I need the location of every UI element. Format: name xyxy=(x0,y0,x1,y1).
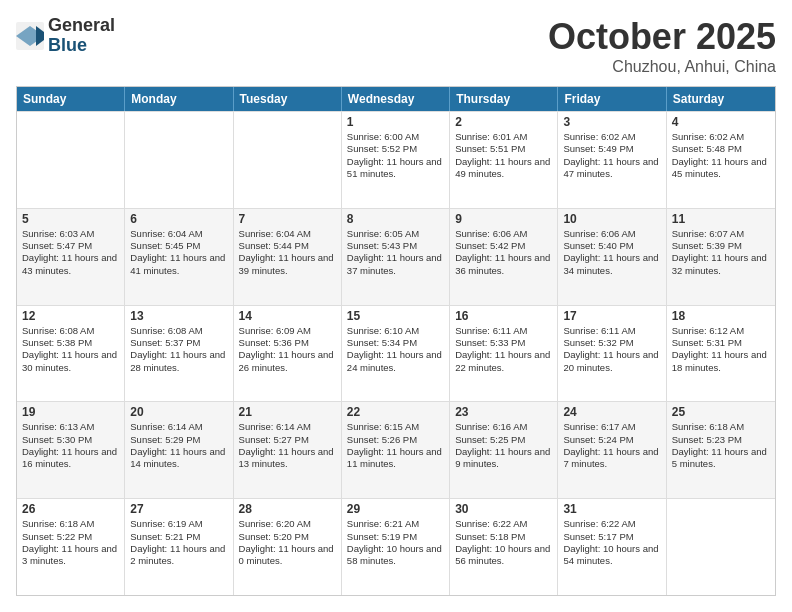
calendar-row: 19Sunrise: 6:13 AM Sunset: 5:30 PM Dayli… xyxy=(17,401,775,498)
calendar-cell xyxy=(234,112,342,208)
cell-info: Sunrise: 6:19 AM Sunset: 5:21 PM Dayligh… xyxy=(130,518,227,567)
day-number: 17 xyxy=(563,309,660,323)
logo-icon xyxy=(16,22,44,50)
cell-info: Sunrise: 6:14 AM Sunset: 5:27 PM Dayligh… xyxy=(239,421,336,470)
cell-info: Sunrise: 6:04 AM Sunset: 5:45 PM Dayligh… xyxy=(130,228,227,277)
cell-info: Sunrise: 6:22 AM Sunset: 5:18 PM Dayligh… xyxy=(455,518,552,567)
calendar-cell: 16Sunrise: 6:11 AM Sunset: 5:33 PM Dayli… xyxy=(450,306,558,402)
calendar-cell: 12Sunrise: 6:08 AM Sunset: 5:38 PM Dayli… xyxy=(17,306,125,402)
cell-info: Sunrise: 6:11 AM Sunset: 5:32 PM Dayligh… xyxy=(563,325,660,374)
day-number: 6 xyxy=(130,212,227,226)
cell-info: Sunrise: 6:04 AM Sunset: 5:44 PM Dayligh… xyxy=(239,228,336,277)
logo-blue: Blue xyxy=(48,36,115,56)
calendar-cell: 21Sunrise: 6:14 AM Sunset: 5:27 PM Dayli… xyxy=(234,402,342,498)
calendar-cell: 15Sunrise: 6:10 AM Sunset: 5:34 PM Dayli… xyxy=(342,306,450,402)
day-number: 23 xyxy=(455,405,552,419)
cell-info: Sunrise: 6:07 AM Sunset: 5:39 PM Dayligh… xyxy=(672,228,770,277)
cell-info: Sunrise: 6:20 AM Sunset: 5:20 PM Dayligh… xyxy=(239,518,336,567)
calendar: SundayMondayTuesdayWednesdayThursdayFrid… xyxy=(16,86,776,596)
cell-info: Sunrise: 6:18 AM Sunset: 5:22 PM Dayligh… xyxy=(22,518,119,567)
cell-info: Sunrise: 6:13 AM Sunset: 5:30 PM Dayligh… xyxy=(22,421,119,470)
calendar-cell: 13Sunrise: 6:08 AM Sunset: 5:37 PM Dayli… xyxy=(125,306,233,402)
calendar-header-cell: Saturday xyxy=(667,87,775,111)
day-number: 27 xyxy=(130,502,227,516)
cell-info: Sunrise: 6:03 AM Sunset: 5:47 PM Dayligh… xyxy=(22,228,119,277)
cell-info: Sunrise: 6:06 AM Sunset: 5:42 PM Dayligh… xyxy=(455,228,552,277)
cell-info: Sunrise: 6:08 AM Sunset: 5:37 PM Dayligh… xyxy=(130,325,227,374)
day-number: 9 xyxy=(455,212,552,226)
calendar-row: 26Sunrise: 6:18 AM Sunset: 5:22 PM Dayli… xyxy=(17,498,775,595)
day-number: 14 xyxy=(239,309,336,323)
calendar-cell: 2Sunrise: 6:01 AM Sunset: 5:51 PM Daylig… xyxy=(450,112,558,208)
day-number: 20 xyxy=(130,405,227,419)
cell-info: Sunrise: 6:16 AM Sunset: 5:25 PM Dayligh… xyxy=(455,421,552,470)
calendar-row: 12Sunrise: 6:08 AM Sunset: 5:38 PM Dayli… xyxy=(17,305,775,402)
calendar-header-cell: Friday xyxy=(558,87,666,111)
calendar-header-cell: Tuesday xyxy=(234,87,342,111)
calendar-cell: 29Sunrise: 6:21 AM Sunset: 5:19 PM Dayli… xyxy=(342,499,450,595)
calendar-cell: 5Sunrise: 6:03 AM Sunset: 5:47 PM Daylig… xyxy=(17,209,125,305)
cell-info: Sunrise: 6:17 AM Sunset: 5:24 PM Dayligh… xyxy=(563,421,660,470)
calendar-cell: 4Sunrise: 6:02 AM Sunset: 5:48 PM Daylig… xyxy=(667,112,775,208)
day-number: 26 xyxy=(22,502,119,516)
day-number: 10 xyxy=(563,212,660,226)
day-number: 15 xyxy=(347,309,444,323)
day-number: 16 xyxy=(455,309,552,323)
cell-info: Sunrise: 6:15 AM Sunset: 5:26 PM Dayligh… xyxy=(347,421,444,470)
day-number: 8 xyxy=(347,212,444,226)
calendar-cell: 26Sunrise: 6:18 AM Sunset: 5:22 PM Dayli… xyxy=(17,499,125,595)
calendar-cell: 25Sunrise: 6:18 AM Sunset: 5:23 PM Dayli… xyxy=(667,402,775,498)
calendar-cell: 17Sunrise: 6:11 AM Sunset: 5:32 PM Dayli… xyxy=(558,306,666,402)
day-number: 3 xyxy=(563,115,660,129)
cell-info: Sunrise: 6:06 AM Sunset: 5:40 PM Dayligh… xyxy=(563,228,660,277)
cell-info: Sunrise: 6:11 AM Sunset: 5:33 PM Dayligh… xyxy=(455,325,552,374)
calendar-cell: 31Sunrise: 6:22 AM Sunset: 5:17 PM Dayli… xyxy=(558,499,666,595)
calendar-cell: 30Sunrise: 6:22 AM Sunset: 5:18 PM Dayli… xyxy=(450,499,558,595)
header: General Blue October 2025 Chuzhou, Anhui… xyxy=(16,16,776,76)
day-number: 19 xyxy=(22,405,119,419)
cell-info: Sunrise: 6:05 AM Sunset: 5:43 PM Dayligh… xyxy=(347,228,444,277)
subtitle: Chuzhou, Anhui, China xyxy=(548,58,776,76)
calendar-cell: 11Sunrise: 6:07 AM Sunset: 5:39 PM Dayli… xyxy=(667,209,775,305)
calendar-cell: 20Sunrise: 6:14 AM Sunset: 5:29 PM Dayli… xyxy=(125,402,233,498)
logo-text: General Blue xyxy=(48,16,115,56)
day-number: 4 xyxy=(672,115,770,129)
calendar-cell: 6Sunrise: 6:04 AM Sunset: 5:45 PM Daylig… xyxy=(125,209,233,305)
cell-info: Sunrise: 6:01 AM Sunset: 5:51 PM Dayligh… xyxy=(455,131,552,180)
cell-info: Sunrise: 6:02 AM Sunset: 5:48 PM Dayligh… xyxy=(672,131,770,180)
cell-info: Sunrise: 6:18 AM Sunset: 5:23 PM Dayligh… xyxy=(672,421,770,470)
cell-info: Sunrise: 6:09 AM Sunset: 5:36 PM Dayligh… xyxy=(239,325,336,374)
calendar-cell: 24Sunrise: 6:17 AM Sunset: 5:24 PM Dayli… xyxy=(558,402,666,498)
calendar-header-cell: Wednesday xyxy=(342,87,450,111)
cell-info: Sunrise: 6:02 AM Sunset: 5:49 PM Dayligh… xyxy=(563,131,660,180)
day-number: 13 xyxy=(130,309,227,323)
calendar-cell: 28Sunrise: 6:20 AM Sunset: 5:20 PM Dayli… xyxy=(234,499,342,595)
calendar-cell: 14Sunrise: 6:09 AM Sunset: 5:36 PM Dayli… xyxy=(234,306,342,402)
day-number: 31 xyxy=(563,502,660,516)
day-number: 28 xyxy=(239,502,336,516)
calendar-cell xyxy=(125,112,233,208)
cell-info: Sunrise: 6:22 AM Sunset: 5:17 PM Dayligh… xyxy=(563,518,660,567)
cell-info: Sunrise: 6:21 AM Sunset: 5:19 PM Dayligh… xyxy=(347,518,444,567)
calendar-row: 1Sunrise: 6:00 AM Sunset: 5:52 PM Daylig… xyxy=(17,111,775,208)
calendar-header: SundayMondayTuesdayWednesdayThursdayFrid… xyxy=(17,87,775,111)
day-number: 24 xyxy=(563,405,660,419)
logo: General Blue xyxy=(16,16,115,56)
day-number: 2 xyxy=(455,115,552,129)
calendar-cell: 18Sunrise: 6:12 AM Sunset: 5:31 PM Dayli… xyxy=(667,306,775,402)
calendar-cell: 7Sunrise: 6:04 AM Sunset: 5:44 PM Daylig… xyxy=(234,209,342,305)
calendar-header-cell: Monday xyxy=(125,87,233,111)
day-number: 7 xyxy=(239,212,336,226)
calendar-cell: 19Sunrise: 6:13 AM Sunset: 5:30 PM Dayli… xyxy=(17,402,125,498)
day-number: 11 xyxy=(672,212,770,226)
day-number: 18 xyxy=(672,309,770,323)
calendar-cell: 9Sunrise: 6:06 AM Sunset: 5:42 PM Daylig… xyxy=(450,209,558,305)
calendar-header-cell: Thursday xyxy=(450,87,558,111)
day-number: 30 xyxy=(455,502,552,516)
month-title: October 2025 xyxy=(548,16,776,58)
calendar-cell xyxy=(667,499,775,595)
calendar-body: 1Sunrise: 6:00 AM Sunset: 5:52 PM Daylig… xyxy=(17,111,775,595)
calendar-cell: 8Sunrise: 6:05 AM Sunset: 5:43 PM Daylig… xyxy=(342,209,450,305)
day-number: 21 xyxy=(239,405,336,419)
day-number: 5 xyxy=(22,212,119,226)
